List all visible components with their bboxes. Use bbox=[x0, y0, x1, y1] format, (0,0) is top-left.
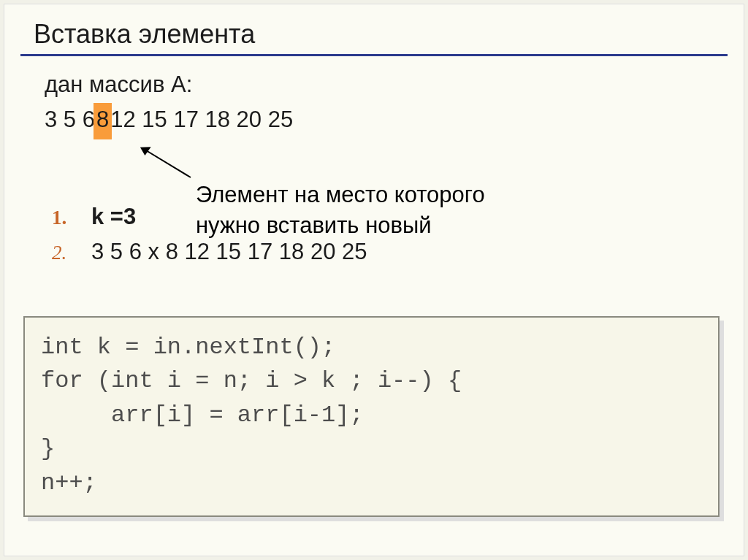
code-line-3: arr[i] = arr[i-1]; bbox=[41, 402, 364, 429]
code-line-5: n++; bbox=[41, 469, 97, 496]
code-line-4: } bbox=[41, 435, 55, 462]
code-block: int k = in.nextInt(); for (int i = n; i … bbox=[23, 316, 720, 517]
code-line-1: int k = in.nextInt(); bbox=[41, 334, 335, 361]
svg-line-0 bbox=[142, 148, 191, 177]
annotation-line-1: Элемент на место которого bbox=[196, 180, 605, 210]
array-highlighted: 8 bbox=[94, 103, 112, 139]
arrow-icon bbox=[140, 147, 198, 182]
slide: Вставка элемента дан массив A: 3 5 6 8 1… bbox=[4, 4, 744, 556]
slide-title: Вставка элемента bbox=[4, 19, 744, 54]
intro-text: дан массив A: bbox=[45, 69, 714, 100]
list-number-2: 2. bbox=[52, 239, 72, 266]
list-text-2: 3 5 6 x 8 12 15 17 18 20 25 bbox=[91, 237, 367, 267]
annotation-text: Элемент на место которого нужно вставить… bbox=[196, 180, 605, 241]
list-item-2: 2. 3 5 6 x 8 12 15 17 18 20 25 bbox=[52, 237, 714, 267]
title-underline bbox=[20, 54, 728, 56]
list-text-1: k =3 bbox=[91, 202, 136, 232]
code-line-2: for (int i = n; i > k ; i--) { bbox=[41, 367, 462, 394]
array-post: 12 15 17 18 20 25 bbox=[110, 104, 293, 135]
annotation-line-2: нужно вставить новый bbox=[196, 210, 605, 241]
array-pre: 3 5 6 bbox=[45, 104, 95, 135]
list-number-1: 1. bbox=[52, 204, 72, 231]
array-display: 3 5 6 8 12 15 17 18 20 25 bbox=[45, 103, 714, 139]
